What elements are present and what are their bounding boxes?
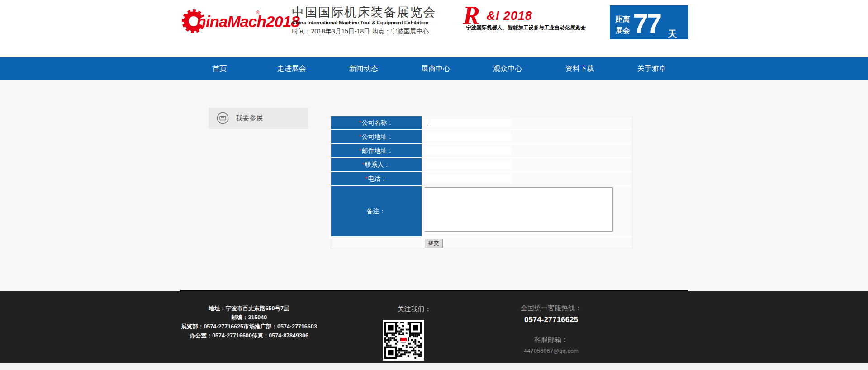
nav-item-about-exhibition[interactable]: 走进展会 — [256, 57, 327, 80]
countdown-unit: 天 — [668, 28, 677, 39]
sidebar-item-label: 我要参展 — [236, 114, 263, 122]
countdown-prefix: 距离 展会 — [616, 14, 630, 39]
nav-item-home[interactable]: 首页 — [184, 57, 256, 80]
page-bottom-strip — [0, 363, 868, 370]
rni-logo: R &I 2018 宁波国际机器人、智能加工设备与工业自动化展览会 — [463, 5, 576, 36]
company-name-label: *公司名称： — [331, 116, 422, 129]
remarks-textarea[interactable] — [425, 187, 613, 232]
page-header: hinaMach2018 ® 中国国际机床装备展览会 China Interna… — [0, 0, 868, 57]
page-footer: 地址：宁波市百丈东路650号7层 邮编：315040 展览部：0574-2771… — [0, 291, 868, 363]
hotline-number: 0574-27716625 — [497, 315, 606, 324]
rni-logo-year: &I 2018 — [487, 9, 533, 23]
contact-person-label: *联系人： — [331, 158, 422, 171]
contact-person-input[interactable] — [425, 160, 512, 169]
nav-item-news[interactable]: 新闻动态 — [327, 57, 399, 80]
service-email: 447056067@qq.com — [497, 347, 606, 354]
sidebar-item-join-exhibition[interactable]: 我要参展 — [209, 108, 308, 129]
nav-item-downloads[interactable]: 资料下载 — [544, 57, 616, 80]
exhibition-title-cn: 中国国际机床装备展览会 — [292, 5, 441, 19]
rni-logo-subtitle: 宁波国际机器人、智能加工设备与工业自动化展览会 — [465, 24, 586, 31]
nav-item-visitor-center[interactable]: 观众中心 — [472, 57, 544, 80]
footer-contact-block: 地址：宁波市百丈东路650号7层 邮编：315040 展览部：0574-2771… — [180, 304, 318, 340]
service-email-label: 客服邮箱： — [497, 336, 606, 344]
badge-card-icon — [217, 112, 229, 124]
footer-postcode: 邮编：315040 — [180, 313, 318, 322]
qr-code — [383, 320, 424, 361]
email-address-label: *邮件地址： — [331, 144, 422, 157]
exhibition-title-block: 中国国际机床装备展览会 China International Machine … — [292, 5, 441, 36]
exhibition-title-en: China International Machine Tool & Equip… — [292, 20, 441, 25]
footer-hotline-block: 全国统一客服热线： 0574-27716625 客服邮箱： 447056067@… — [497, 304, 606, 354]
submit-button[interactable]: 提交 — [425, 239, 443, 248]
remarks-label: 备注： — [331, 186, 422, 236]
text-caret — [427, 119, 427, 126]
countdown-days: 77 — [633, 11, 661, 39]
company-address-label: *公司地址： — [331, 130, 422, 143]
footer-address: 地址：宁波市百丈东路650号7层 — [180, 304, 318, 313]
follow-us-label: 关注我们： — [398, 305, 432, 314]
footer-office-fax: 办公室：0574-27716600传真：0574-87849306 — [180, 331, 318, 340]
logo-brand-text: hinaMach2018 — [197, 13, 299, 31]
nav-item-about-yazhuo[interactable]: 关于雅卓 — [616, 57, 688, 80]
phone-input[interactable] — [425, 174, 512, 183]
hotline-label: 全国统一客服热线： — [497, 304, 606, 313]
chinamach-logo: hinaMach2018 ® — [180, 7, 271, 39]
main-nav: 首页 走进展会 新闻动态 展商中心 观众中心 资料下载 关于雅卓 — [0, 57, 868, 80]
company-address-input[interactable] — [425, 132, 512, 141]
nav-item-exhibitor-center[interactable]: 展商中心 — [399, 57, 471, 80]
phone-label: *电话： — [331, 172, 422, 185]
countdown-box: 距离 展会 77 天 — [610, 5, 688, 39]
registered-mark: ® — [256, 10, 260, 15]
company-name-input[interactable] — [425, 118, 512, 127]
email-address-input[interactable] — [425, 146, 512, 155]
exhibition-date-venue: 时间：2018年3月15日-18日 地点：宁波国展中心 — [292, 28, 441, 36]
footer-dept-phones: 展览部：0574-27716625市场推广部：0574-27716603 — [180, 322, 318, 331]
exhibitor-enroll-form: *公司名称： *公司地址： *邮件地址： *联系人： *电话： 备注： — [331, 116, 633, 249]
main-content: 我要参展 *公司名称： *公司地址： *邮件地址： *联系人： *电话： — [0, 80, 868, 290]
